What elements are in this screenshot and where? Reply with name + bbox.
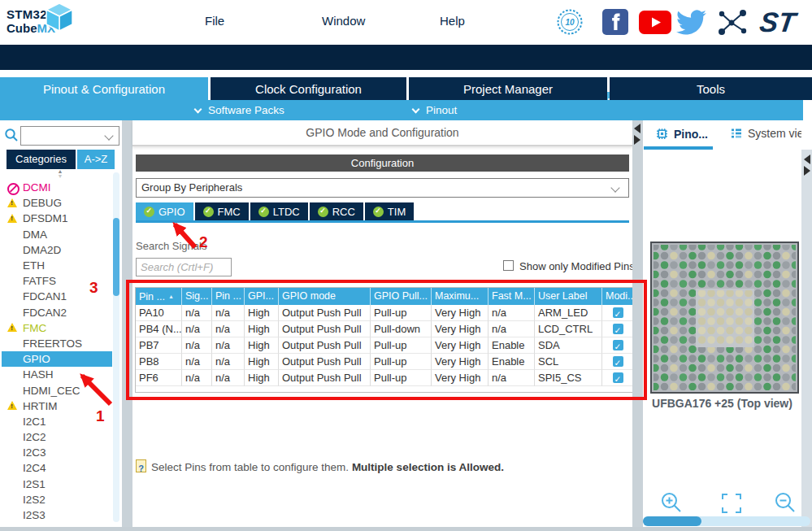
sidebar-item-label: I2C2 (23, 431, 46, 443)
sidebar-item-i2c2[interactable]: I2C2 (2, 429, 112, 445)
pin-row-pf6[interactable]: PF6n/an/aHighOutput Push PullPull-upVery… (136, 370, 634, 386)
zoom-out-icon[interactable] (774, 491, 797, 514)
modified-checkbox-checked[interactable] (613, 307, 623, 318)
sidebar-item-dma2d[interactable]: DMA2D (2, 242, 112, 258)
collapse-right-icon[interactable] (634, 135, 640, 145)
table-header-cell[interactable]: GPI... (245, 288, 279, 305)
group-by-dropdown-value: Group By Peripherals (141, 179, 628, 197)
peripheral-tab-rcc[interactable]: RCC (310, 202, 363, 220)
sidebar-item-i2s2[interactable]: I2S2 (2, 492, 112, 507)
menu-help[interactable]: Help (440, 14, 465, 28)
sidebar-tab-categories[interactable]: Categories (7, 150, 76, 169)
peripheral-tab-ltdc[interactable]: LTDC (250, 202, 308, 220)
sidebar-item-hash[interactable]: HASH (2, 367, 112, 382)
table-header-cell[interactable]: Pin ... (136, 288, 182, 305)
modified-checkbox-checked[interactable] (613, 324, 623, 334)
modified-checkbox-checked[interactable] (613, 356, 623, 367)
ok-check-icon (144, 207, 154, 217)
tab-system-view[interactable]: System view (730, 127, 801, 140)
collapse-left-icon[interactable] (634, 124, 640, 133)
collapse-right-icon[interactable] (804, 166, 810, 176)
twitter-icon[interactable] (676, 7, 706, 37)
signal-search-input[interactable] (136, 258, 232, 276)
youtube-icon[interactable] (639, 11, 671, 34)
menu-window[interactable]: Window (322, 14, 365, 28)
sidebar-item-dcmi[interactable]: DCMI (2, 180, 112, 195)
table-header-cell[interactable]: GPIO mode (279, 288, 371, 305)
sidebar-item-i2c4[interactable]: I2C4 (2, 460, 112, 476)
table-header-cell[interactable]: GPIO Pull... (371, 288, 432, 305)
sidebar-item-dma[interactable]: DMA (2, 227, 112, 242)
tab-tools[interactable]: Tools (610, 77, 812, 100)
sidebar-item-fdcan2[interactable]: FDCAN2 (2, 305, 112, 320)
peripheral-tab-label: FMC (218, 206, 241, 218)
pin-cell: Enable (489, 337, 535, 354)
sidebar-item-i2s1[interactable]: I2S1 (2, 477, 112, 492)
sidebar-item-gpio[interactable]: GPIO (2, 351, 112, 367)
collapse-left-icon[interactable] (804, 155, 810, 164)
sidebar-item-label: DEBUG (23, 197, 62, 209)
show-modified-checkbox[interactable] (503, 260, 514, 271)
tab-pinout-configuration[interactable]: Pinout & Configuration (0, 77, 208, 100)
sidebar-item-i2c3[interactable]: I2C3 (2, 445, 112, 460)
table-header-cell[interactable]: Fast M... (489, 288, 535, 305)
horizontal-scrollbar-thumb[interactable] (643, 516, 701, 526)
modified-checkbox-checked[interactable] (613, 372, 623, 383)
peripheral-tab-fmc[interactable]: FMC (195, 202, 249, 220)
panel-divider[interactable] (632, 120, 643, 527)
pinout-menu[interactable]: Pinout (413, 104, 457, 116)
peripheral-tab-gpio[interactable]: GPIO (136, 202, 193, 220)
sidebar-item-hdmi_cec[interactable]: HDMI_CEC (2, 382, 112, 398)
menu-file[interactable]: File (205, 14, 224, 28)
ok-check-icon (373, 207, 384, 217)
sidebar-search-input[interactable] (20, 126, 119, 146)
sidebar-item-i2c1[interactable]: I2C1 (2, 414, 112, 429)
zoom-in-icon[interactable] (660, 491, 683, 514)
sidebar-item-debug[interactable]: DEBUG (2, 195, 112, 211)
list-sort-icon[interactable]: ▲▼ (52, 169, 68, 179)
facebook-icon[interactable] (602, 9, 628, 35)
software-packs-menu[interactable]: Software Packs (195, 104, 284, 116)
table-header-cell[interactable]: Pin ... (212, 288, 245, 305)
group-by-dropdown[interactable]: Group By Peripherals (136, 178, 629, 198)
tab-pinout-view[interactable]: Pino... (655, 127, 708, 141)
sidebar-item-i2s3[interactable]: I2S3 (2, 507, 112, 523)
sidebar-item-fdcan1[interactable]: FDCAN1 (2, 289, 112, 304)
sidebar-item-label: DMA2D (23, 244, 61, 256)
right-collapse-strip[interactable] (801, 150, 812, 527)
sidebar-divider[interactable] (122, 120, 132, 527)
best-fit-icon[interactable] (722, 494, 741, 513)
pin-cell: Output Push Pull (279, 305, 371, 321)
ten-years-badge-icon[interactable]: 10 (556, 8, 584, 36)
pin-cell-modified (602, 337, 634, 354)
pin-row-pb4[interactable]: PB4 (N...n/an/aHighOutput Push PullPull-… (136, 321, 634, 337)
chip-package-image[interactable] (650, 242, 799, 394)
pin-row-pb7[interactable]: PB7n/an/aHighOutput Push PullPull-upVery… (136, 337, 634, 354)
sidebar-item-fmc[interactable]: FMC (2, 320, 112, 336)
table-header-cell[interactable]: User Label (535, 288, 602, 305)
pin-row-pb8[interactable]: PB8n/an/aHighOutput Push PullPull-upVery… (136, 354, 634, 370)
sidebar-scrollbar-thumb[interactable] (113, 218, 119, 296)
table-header-cell[interactable]: Modi... (602, 288, 634, 305)
table-header-cell[interactable]: Maximu... (432, 288, 489, 305)
pin-cell: LCD_CTRL (535, 321, 602, 337)
svg-text:ST: ST (758, 7, 800, 37)
modified-checkbox-checked[interactable] (613, 340, 623, 350)
pin-cell: SPI5_CS (535, 370, 602, 386)
tab-project-manager[interactable]: Project Manager (409, 77, 607, 100)
sidebar-item-dfsdm1[interactable]: DFSDM1 (2, 211, 112, 226)
share-network-icon[interactable] (715, 7, 749, 38)
top-toolbar: STM32 CubeMX File Window Help 10 ST (0, 0, 812, 45)
spacer (7, 307, 23, 318)
sidebar-tab-az[interactable]: A->Z (77, 150, 115, 169)
tab-clock-configuration[interactable]: Clock Configuration (211, 77, 406, 100)
peripheral-tab-tim[interactable]: TIM (365, 202, 414, 220)
sidebar-item-fatfs[interactable]: FATFS (2, 273, 112, 289)
sidebar-item-eth[interactable]: ETH (2, 258, 112, 273)
sidebar-item-freertos[interactable]: FREERTOS (2, 336, 112, 351)
st-logo-icon[interactable]: ST (756, 4, 806, 41)
pin-row-pa10[interactable]: PA10n/an/aHighOutput Push PullPull-upVer… (136, 305, 634, 321)
table-header-cell[interactable]: Sig... (182, 288, 212, 305)
spacer (7, 494, 23, 505)
sidebar-item-hrtim[interactable]: HRTIM (2, 398, 112, 414)
